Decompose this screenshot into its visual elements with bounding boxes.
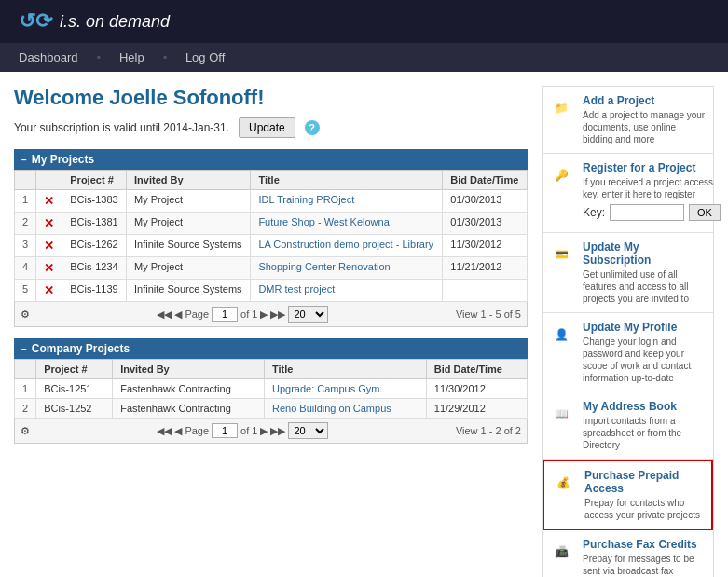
ok-button[interactable]: OK xyxy=(689,204,721,221)
right-item-text-purchase-fax: Purchase Fax Credits Prepay for messages… xyxy=(583,538,708,577)
right-item-text-add-project: Add a Project Add a project to manage yo… xyxy=(583,94,708,145)
right-item-title-purchase-prepaid: Purchase Prepaid Access xyxy=(584,469,707,495)
project-link[interactable]: Upgrade: Campus Gym. xyxy=(272,383,383,394)
right-item-purchase-fax[interactable]: 📠 Purchase Fax Credits Prepay for messag… xyxy=(543,530,713,577)
row-number: 1 xyxy=(15,190,36,213)
right-item-address-book[interactable]: 📖 My Address Book Import contacts from a… xyxy=(543,392,713,460)
project-link[interactable]: LA Construction demo project - Library xyxy=(258,239,433,250)
project-link[interactable]: Future Shop - West Kelowna xyxy=(258,216,389,227)
key-input[interactable] xyxy=(610,204,684,221)
col-project-header: Project # xyxy=(36,360,113,379)
col-num-header xyxy=(36,171,62,190)
page-label: Page xyxy=(185,309,209,320)
pag-left-icon: ⚙ xyxy=(21,309,30,321)
right-item-icon-update-subscription: 💳 xyxy=(547,240,575,268)
right-item-icon-register-project: 🔑 xyxy=(547,161,575,189)
company-projects-pagination: ⚙ ◀◀ ◀ Page of 1 ▶ ▶▶ 20 50 100 View 1 -… xyxy=(14,419,528,444)
per-page-select[interactable]: 20 50 100 xyxy=(288,306,328,323)
right-item-desc-purchase-fax: Prepay for messages to be sent via broad… xyxy=(583,553,708,577)
col-invitedby-header: Invited By xyxy=(113,360,265,379)
row-number: 1 xyxy=(15,379,36,399)
invited-by: Fastenhawk Contracting xyxy=(113,379,265,399)
right-item-title-address-book: My Address Book xyxy=(583,400,708,413)
page-input-c[interactable] xyxy=(212,423,238,438)
project-link[interactable]: Shopping Center Renovation xyxy=(258,261,390,272)
nav-logoff[interactable]: Log Off xyxy=(185,50,225,64)
delete-icon[interactable]: ✕ xyxy=(44,216,54,230)
logo-area: ↺⟳ i.s. on demand xyxy=(19,9,170,34)
per-page-select-c[interactable]: 20 50 100 xyxy=(288,422,328,439)
project-number: BCis-1383 xyxy=(62,190,127,213)
project-link[interactable]: DMR test project xyxy=(258,283,335,295)
prev-page-btn[interactable]: ◀ xyxy=(174,309,182,321)
project-link[interactable]: Reno Building on Campus xyxy=(272,403,391,414)
of-label: of 1 xyxy=(240,309,257,320)
table-row: 1 ✕ BCis-1383 My Project IDL Training PR… xyxy=(15,190,528,213)
bid-date: 11/21/2012 xyxy=(443,257,528,280)
col-biddate-header: Bid Date/Time xyxy=(443,171,528,190)
right-item-add-project[interactable]: 📁 Add a Project Add a project to manage … xyxy=(543,87,713,154)
delete-icon[interactable]: ✕ xyxy=(44,194,54,208)
right-item-icon-purchase-fax: 📠 xyxy=(547,538,575,566)
delete-cell: ✕ xyxy=(36,213,62,235)
next-page-btn[interactable]: ▶ xyxy=(260,309,268,321)
row-number: 5 xyxy=(15,280,36,302)
project-title: LA Construction demo project - Library xyxy=(251,235,443,257)
update-button[interactable]: Update xyxy=(239,117,295,138)
row-number: 2 xyxy=(15,213,36,235)
right-item-desc-register-project: If you received a project access key, en… xyxy=(583,176,721,200)
invited-by: Infinite Source Systems xyxy=(127,280,251,302)
project-title: IDL Training PROject xyxy=(251,190,443,213)
page-label-c: Page xyxy=(185,425,209,436)
project-number: BCis-1139 xyxy=(62,280,127,302)
table-row: 2 ✕ BCis-1381 My Project Future Shop - W… xyxy=(15,213,528,235)
pagination-controls: ◀◀ ◀ Page of 1 ▶ ▶▶ 20 50 100 xyxy=(157,306,328,323)
right-item-desc-update-profile: Change your login and password and keep … xyxy=(583,336,708,384)
subscription-text: Your subscription is valid until 2014-Ja… xyxy=(14,121,229,134)
view-info: View 1 - 5 of 5 xyxy=(456,309,521,320)
last-page-btn-c[interactable]: ▶▶ xyxy=(270,425,285,437)
right-item-purchase-prepaid[interactable]: 💰 Purchase Prepaid Access Prepay for con… xyxy=(543,460,713,530)
invited-by: Infinite Source Systems xyxy=(127,235,251,257)
logo-text: i.s. on demand xyxy=(60,12,170,32)
logo-icon: ↺⟳ xyxy=(19,9,52,34)
project-number: BCis-1381 xyxy=(62,213,127,235)
pagination-controls-company: ◀◀ ◀ Page of 1 ▶ ▶▶ 20 50 100 xyxy=(157,422,328,439)
first-page-btn[interactable]: ◀◀ xyxy=(157,309,172,321)
delete-icon[interactable]: ✕ xyxy=(44,283,54,297)
company-projects-header: − Company Projects xyxy=(14,338,528,359)
project-link[interactable]: IDL Training PROject xyxy=(258,194,354,205)
right-panel: 📁 Add a Project Add a project to manage … xyxy=(542,86,714,577)
right-item-title-purchase-fax: Purchase Fax Credits xyxy=(583,538,708,551)
delete-cell: ✕ xyxy=(36,190,62,213)
help-icon[interactable]: ? xyxy=(305,120,320,135)
prev-page-btn-c[interactable]: ◀ xyxy=(174,425,182,437)
right-item-register-project[interactable]: 🔑 Register for a Project If you received… xyxy=(543,154,713,233)
project-title: Upgrade: Campus Gym. xyxy=(264,379,426,399)
project-number: BCis-1234 xyxy=(62,257,127,280)
table-row: 5 ✕ BCis-1139 Infinite Source Systems DM… xyxy=(15,280,528,302)
bid-date: 01/30/2013 xyxy=(443,190,528,213)
my-projects-title: My Projects xyxy=(32,153,94,166)
right-item-update-subscription[interactable]: 💳 Update My Subscription Get unlimited u… xyxy=(543,233,713,313)
page-input[interactable] xyxy=(212,307,238,322)
subscription-row: Your subscription is valid until 2014-Ja… xyxy=(14,117,528,138)
nav-dashboard[interactable]: Dashboard xyxy=(19,50,78,64)
my-projects-section: − My Projects Project # Invited By Title… xyxy=(14,149,528,327)
invited-by: Fastenhawk Contracting xyxy=(113,399,265,419)
project-title: Shopping Center Renovation xyxy=(251,257,443,280)
last-page-btn[interactable]: ▶▶ xyxy=(270,309,285,321)
right-item-update-profile[interactable]: 👤 Update My Profile Change your login an… xyxy=(543,313,713,392)
company-projects-toggle[interactable]: − xyxy=(21,344,27,354)
my-projects-toggle[interactable]: − xyxy=(21,155,27,165)
right-item-icon-update-profile: 👤 xyxy=(547,321,575,349)
delete-icon[interactable]: ✕ xyxy=(44,239,54,253)
my-projects-pagination: ⚙ ◀◀ ◀ Page of 1 ▶ ▶▶ 20 50 100 View 1 -… xyxy=(14,302,528,327)
nav-help[interactable]: Help xyxy=(119,50,144,64)
delete-cell: ✕ xyxy=(36,257,62,280)
project-title: Reno Building on Campus xyxy=(264,399,426,419)
pag-left-icon: ⚙ xyxy=(21,425,30,437)
next-page-btn-c[interactable]: ▶ xyxy=(260,425,268,437)
first-page-btn-c[interactable]: ◀◀ xyxy=(157,425,172,437)
delete-icon[interactable]: ✕ xyxy=(44,261,54,275)
